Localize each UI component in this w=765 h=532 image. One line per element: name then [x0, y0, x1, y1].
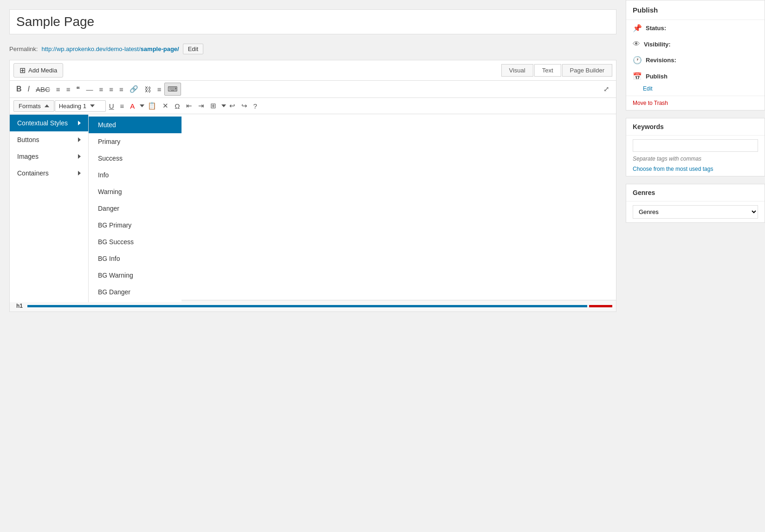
visibility-icon: 👁 — [633, 40, 640, 48]
submenu-item-bg-success[interactable]: BG Success — [89, 234, 182, 250]
horizontal-rule-button[interactable]: — — [83, 84, 96, 95]
tab-visual[interactable]: Visual — [501, 64, 533, 77]
toolbar-top: ⊞ Add Media Visual Text Page Builder — [10, 60, 616, 81]
genres-panel: Genres Genres — [626, 184, 765, 223]
fullscreen-button[interactable]: ⤢ — [601, 83, 612, 95]
heading-dropdown[interactable]: Heading 1 — [55, 100, 106, 112]
publish-panel: Publish 📌 Status: 👁 Visibility: 🕐 Revisi… — [626, 0, 765, 110]
status-icon: 📌 — [633, 24, 642, 32]
keywords-panel-title: Keywords — [626, 118, 765, 136]
clear-formatting-button[interactable]: ✕ — [160, 100, 171, 112]
align-left-button[interactable]: ≡ — [96, 84, 106, 95]
status-path: h1 — [13, 302, 26, 310]
publish-date-label: Publish — [646, 73, 668, 80]
contextual-styles-chevron-icon — [78, 121, 81, 125]
submenu-item-bg-warning[interactable]: BG Warning — [89, 267, 182, 284]
menu-item-containers[interactable]: Containers — [10, 165, 88, 182]
visibility-label: Visibility: — [644, 41, 671, 48]
submenu-item-bg-primary[interactable]: BG Primary — [89, 217, 182, 234]
submenu-item-primary[interactable]: Primary — [89, 133, 182, 150]
sidebar: Publish 📌 Status: 👁 Visibility: 🕐 Revisi… — [626, 0, 765, 532]
toolbar-row-1: B I ABC ≡ ≡ ❝ — ≡ ≡ ≡ 🔗 ⛓ ≡ ⌨ ⤢ — [10, 81, 616, 98]
undo-button[interactable]: ↩ — [227, 100, 238, 112]
heading-label: Heading 1 — [59, 103, 86, 110]
strikethrough-button[interactable]: ABC — [33, 84, 53, 95]
submenu-item-success[interactable]: Success — [89, 150, 182, 167]
view-tabs: Visual Text Page Builder — [501, 64, 612, 77]
submenu-item-info[interactable]: Info — [89, 167, 182, 183]
blockquote-button[interactable]: ❝ — [73, 83, 83, 95]
keywords-input[interactable] — [633, 139, 758, 152]
formats-dropdown[interactable]: Formats — [13, 100, 54, 112]
submenu-item-bg-danger[interactable]: BG Danger — [89, 284, 182, 300]
text-color-dropdown-icon — [140, 104, 144, 107]
tab-page-builder[interactable]: Page Builder — [562, 64, 612, 77]
status-row: 📌 Status: — [626, 20, 765, 36]
status-label: Status: — [646, 25, 666, 32]
redo-button[interactable]: ↪ — [239, 100, 250, 112]
submenu-item-muted[interactable]: Muted — [89, 117, 182, 133]
add-media-icon: ⊞ — [19, 66, 26, 75]
menu-item-images[interactable]: Images — [10, 148, 88, 165]
permalink-edit-button[interactable]: Edit — [183, 44, 203, 54]
formats-submenu: Muted Primary Success Info Warning Dange… — [89, 115, 182, 302]
unlink-button[interactable]: ⛓ — [142, 84, 154, 95]
table-dropdown-icon — [221, 104, 226, 107]
unordered-list-button[interactable]: ≡ — [53, 84, 63, 95]
justify-button[interactable]: ≡ — [117, 100, 127, 112]
underline-button[interactable]: U — [106, 100, 117, 112]
outdent-button[interactable]: ⇤ — [183, 100, 195, 112]
add-media-label: Add Media — [28, 67, 57, 74]
submenu-item-warning[interactable]: Warning — [89, 183, 182, 200]
publish-panel-title: Publish — [626, 0, 765, 20]
revisions-label: Revisions: — [646, 57, 676, 64]
permalink-link[interactable]: http://wp.aprokenko.dev/demo-latest/samp… — [41, 45, 179, 52]
table-button[interactable]: ⊞ — [207, 100, 219, 112]
permalink-bar: Permalink: http://wp.aprokenko.dev/demo-… — [9, 40, 616, 60]
tab-text[interactable]: Text — [534, 64, 561, 77]
progress-bar-red — [589, 305, 612, 307]
revisions-row: 🕐 Revisions: — [626, 52, 765, 68]
page-title-input[interactable] — [16, 14, 609, 29]
italic-button[interactable]: I — [25, 83, 32, 95]
publish-date-icon: 📅 — [633, 72, 642, 81]
heading-dropdown-icon — [90, 104, 95, 107]
indent-button[interactable]: ⇥ — [195, 100, 207, 112]
containers-chevron-icon — [78, 171, 81, 175]
formats-dropdown-menu: Contextual Styles Buttons Images Co — [10, 115, 182, 302]
formats-menu-left: Contextual Styles Buttons Images Co — [10, 115, 89, 302]
publish-date-row: 📅 Publish — [626, 68, 765, 84]
submenu-item-danger[interactable]: Danger — [89, 200, 182, 217]
permalink-label: Permalink: — [9, 45, 38, 52]
keywords-hint: Separate tags with commas — [626, 156, 765, 164]
genres-panel-title: Genres — [626, 184, 765, 201]
help-button[interactable]: ? — [251, 100, 260, 112]
visibility-row: 👁 Visibility: — [626, 36, 765, 52]
menu-item-contextual-styles[interactable]: Contextual Styles — [10, 115, 88, 131]
insert-readmore-button[interactable]: ≡ — [155, 84, 164, 95]
page-title-area — [9, 9, 616, 34]
text-color-button[interactable]: A — [127, 100, 137, 112]
progress-bar — [27, 305, 587, 307]
keywords-panel: Keywords Separate tags with commas Choos… — [626, 118, 765, 176]
submenu-item-bg-info[interactable]: BG Info — [89, 250, 182, 267]
genres-select[interactable]: Genres — [633, 205, 758, 219]
images-chevron-icon — [78, 154, 81, 159]
formats-dropdown-icon — [45, 104, 49, 107]
revisions-icon: 🕐 — [633, 56, 642, 65]
bold-button[interactable]: B — [13, 83, 25, 95]
align-right-button[interactable]: ≡ — [117, 84, 126, 95]
move-to-trash-link[interactable]: Move to Trash — [633, 100, 668, 106]
keyboard-shortcut-button[interactable]: ⌨ — [164, 83, 181, 96]
add-media-button[interactable]: ⊞ Add Media — [13, 63, 63, 78]
ordered-list-button[interactable]: ≡ — [64, 84, 73, 95]
link-button[interactable]: 🔗 — [127, 83, 141, 95]
paste-as-text-button[interactable]: 📋 — [145, 100, 159, 112]
formats-label: Formats — [19, 103, 41, 110]
buttons-chevron-icon — [78, 137, 81, 142]
choose-from-link[interactable]: Choose from the most used tags — [626, 164, 765, 176]
publish-edit-link[interactable]: Edit — [626, 84, 765, 96]
special-char-button[interactable]: Ω — [172, 100, 182, 112]
align-center-button[interactable]: ≡ — [106, 84, 116, 95]
menu-item-buttons[interactable]: Buttons — [10, 131, 88, 148]
